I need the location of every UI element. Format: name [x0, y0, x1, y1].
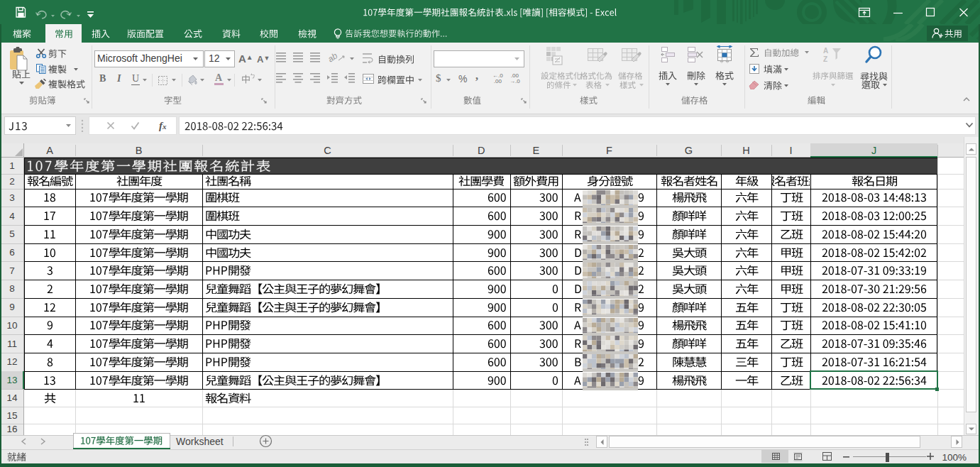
svg-text:Z: Z	[823, 55, 827, 63]
svg-text:A: A	[823, 47, 828, 55]
